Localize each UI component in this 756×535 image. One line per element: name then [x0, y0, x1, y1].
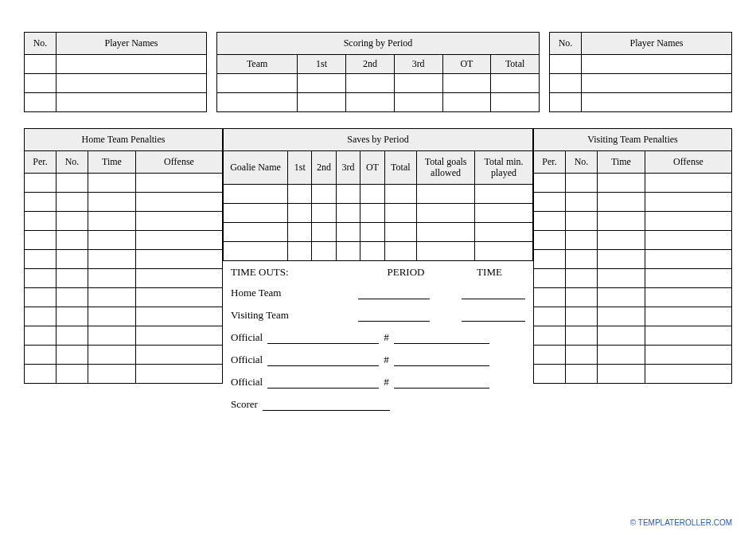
cell[interactable] — [598, 174, 645, 193]
cell[interactable] — [288, 242, 312, 261]
cell[interactable] — [88, 326, 136, 346]
cell[interactable] — [136, 174, 223, 193]
cell[interactable] — [598, 346, 645, 365]
official-name-field[interactable] — [267, 377, 379, 389]
cell[interactable] — [298, 93, 346, 112]
cell[interactable] — [566, 193, 598, 212]
scorer-field[interactable] — [263, 399, 390, 411]
cell[interactable] — [346, 74, 395, 93]
cell[interactable] — [384, 223, 417, 242]
cell[interactable] — [336, 223, 360, 242]
cell[interactable] — [645, 326, 732, 346]
cell[interactable] — [384, 185, 417, 204]
cell[interactable] — [598, 212, 645, 231]
cell[interactable] — [534, 365, 566, 384]
cell[interactable] — [88, 269, 136, 288]
cell[interactable] — [566, 269, 598, 288]
cell[interactable] — [566, 307, 598, 326]
cell[interactable] — [534, 250, 566, 269]
cell[interactable] — [57, 55, 207, 74]
cell[interactable] — [288, 223, 312, 242]
cell[interactable] — [88, 346, 136, 365]
cell[interactable] — [57, 326, 88, 346]
official-num-field[interactable] — [394, 332, 489, 344]
cell[interactable] — [312, 242, 336, 261]
cell[interactable] — [534, 326, 566, 346]
cell[interactable] — [88, 174, 136, 193]
cell[interactable] — [598, 326, 645, 346]
cell[interactable] — [25, 174, 57, 193]
cell[interactable] — [582, 74, 732, 93]
cell[interactable] — [417, 204, 475, 223]
cell[interactable] — [288, 185, 312, 204]
cell[interactable] — [566, 346, 598, 365]
cell[interactable] — [57, 74, 207, 93]
cell[interactable] — [25, 193, 57, 212]
home-time-field[interactable] — [462, 287, 525, 299]
cell[interactable] — [25, 250, 57, 269]
cell[interactable] — [534, 212, 566, 231]
cell[interactable] — [417, 185, 475, 204]
cell[interactable] — [88, 193, 136, 212]
cell[interactable] — [534, 307, 566, 326]
cell[interactable] — [57, 307, 88, 326]
cell[interactable] — [645, 174, 732, 193]
cell[interactable] — [88, 250, 136, 269]
cell[interactable] — [534, 269, 566, 288]
cell[interactable] — [394, 74, 442, 93]
cell[interactable] — [88, 231, 136, 250]
cell[interactable] — [312, 223, 336, 242]
cell[interactable] — [360, 242, 384, 261]
home-period-field[interactable] — [358, 287, 430, 299]
cell[interactable] — [136, 231, 223, 250]
cell[interactable] — [442, 93, 491, 112]
cell[interactable] — [57, 212, 88, 231]
cell[interactable] — [25, 212, 57, 231]
cell[interactable] — [475, 204, 533, 223]
cell[interactable] — [645, 212, 732, 231]
cell[interactable] — [224, 242, 288, 261]
cell[interactable] — [645, 307, 732, 326]
cell[interactable] — [25, 288, 57, 307]
cell[interactable] — [25, 74, 57, 93]
cell[interactable] — [336, 185, 360, 204]
cell[interactable] — [582, 55, 732, 74]
official-name-field[interactable] — [267, 354, 379, 366]
cell[interactable] — [57, 365, 88, 384]
cell[interactable] — [360, 204, 384, 223]
cell[interactable] — [598, 288, 645, 307]
cell[interactable] — [645, 231, 732, 250]
cell[interactable] — [645, 269, 732, 288]
cell[interactable] — [57, 174, 88, 193]
cell[interactable] — [598, 250, 645, 269]
cell[interactable] — [645, 346, 732, 365]
cell[interactable] — [25, 93, 57, 112]
cell[interactable] — [25, 307, 57, 326]
cell[interactable] — [136, 269, 223, 288]
cell[interactable] — [566, 212, 598, 231]
official-num-field[interactable] — [394, 377, 489, 389]
cell[interactable] — [645, 365, 732, 384]
cell[interactable] — [217, 74, 298, 93]
cell[interactable] — [25, 365, 57, 384]
cell[interactable] — [136, 212, 223, 231]
cell[interactable] — [598, 307, 645, 326]
cell[interactable] — [598, 365, 645, 384]
cell[interactable] — [25, 346, 57, 365]
cell[interactable] — [394, 93, 442, 112]
cell[interactable] — [550, 55, 582, 74]
cell[interactable] — [298, 74, 346, 93]
official-num-field[interactable] — [394, 354, 489, 366]
cell[interactable] — [384, 242, 417, 261]
cell[interactable] — [224, 204, 288, 223]
cell[interactable] — [136, 288, 223, 307]
cell[interactable] — [566, 288, 598, 307]
cell[interactable] — [336, 242, 360, 261]
cell[interactable] — [598, 269, 645, 288]
cell[interactable] — [417, 223, 475, 242]
cell[interactable] — [598, 193, 645, 212]
cell[interactable] — [566, 250, 598, 269]
cell[interactable] — [217, 93, 298, 112]
cell[interactable] — [346, 93, 395, 112]
cell[interactable] — [25, 269, 57, 288]
